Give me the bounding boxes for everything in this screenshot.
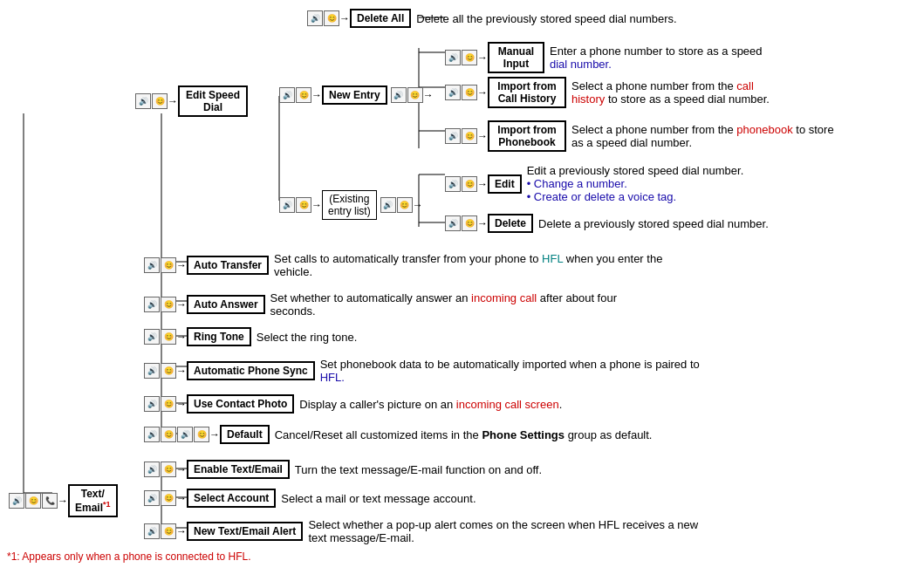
icon-ne2-a: 🔊 <box>391 87 407 103</box>
import-call-history-row: 🔊 😊 → Import fromCall History Select a p… <box>445 77 770 108</box>
footnote-text: *1: Appears only when a phone is connect… <box>7 550 251 563</box>
icon-rt-b: 😊 <box>161 329 176 345</box>
arrow-df: → <box>209 428 220 441</box>
icon-pair-ne2: 🔊 😊 <box>391 87 423 103</box>
edit-desc: Edit a previously stored speed dial numb… <box>527 164 744 203</box>
arrow-aps: → <box>176 365 187 377</box>
icon-pair-mi: 🔊 😊 <box>445 50 477 65</box>
use-contact-photo-node: Use Contact Photo <box>187 394 294 414</box>
text-email-row: 🔊 😊 📞 → Text/Email*1 <box>9 484 118 517</box>
arrow-ich: → <box>477 86 488 99</box>
arrow-ne: → <box>311 89 322 101</box>
footnote: *1: Appears only when a phone is connect… <box>7 550 251 563</box>
icon-df-b: 😊 <box>161 427 176 442</box>
auto-answer-desc: Set whether to automatically answer an i… <box>270 291 617 318</box>
manual-input-row: 🔊 😊 → ManualInput Enter a phone number t… <box>445 42 763 73</box>
import-call-history-node: Import fromCall History <box>488 77 566 108</box>
icon-ntea-a: 🔊 <box>144 523 160 539</box>
icon-pair-edit: 🔊 😊 <box>445 176 477 192</box>
icon-1b: 😊 <box>324 10 339 26</box>
import-phonebook-desc: Select a phone number from the phonebook… <box>571 123 842 149</box>
icon-ntea-b: 😊 <box>161 523 176 539</box>
icon-pair-df: 🔊 😊 <box>144 427 176 442</box>
icon-esd-a: 🔊 <box>135 93 151 109</box>
icon-pair-del: 🔊 😊 <box>445 215 477 231</box>
icon-ete-b: 😊 <box>161 462 176 477</box>
edit-speed-dial-node: Edit SpeedDial <box>178 85 248 117</box>
arrow-ee2: → <box>413 199 423 211</box>
select-account-node: Select Account <box>187 489 276 508</box>
icon-pair-sa: 🔊 😊 <box>144 490 176 506</box>
edit-node: Edit <box>488 174 522 194</box>
icon-aa-a: 🔊 <box>144 297 160 312</box>
enable-text-email-node: Enable Text/Email <box>187 460 290 479</box>
icon-1a: 🔊 <box>307 10 323 26</box>
edit-row: 🔊 😊 → Edit Edit a previously stored spee… <box>445 164 743 203</box>
icon-pair-ich: 🔊 😊 <box>445 85 477 100</box>
arrow-ete: → <box>176 463 187 475</box>
auto-transfer-desc: Set calls to automatically transfer from… <box>274 252 662 278</box>
manual-input-desc: Enter a phone number to store as a speed… <box>550 44 763 71</box>
delete-all-desc: Delete all the previously stored speed d… <box>416 12 676 25</box>
icon-pair-ee: 🔊 😊 <box>279 197 311 213</box>
new-text-email-alert-desc: Select whether a pop-up alert comes on t… <box>308 518 698 544</box>
auto-answer-node: Auto Answer <box>187 295 265 314</box>
icon-pair-ntea: 🔊 😊 <box>144 523 176 539</box>
arrow-1: → <box>339 12 350 24</box>
icon-te-a: 🔊 <box>9 493 24 509</box>
icon-aps-a: 🔊 <box>144 363 160 379</box>
arrow-rt: → <box>176 331 187 343</box>
icon-pair-aa: 🔊 😊 <box>144 297 176 312</box>
delete-row: 🔊 😊 → Delete Delete a previously stored … <box>445 214 769 233</box>
arrow-aa: → <box>176 298 187 311</box>
import-phonebook-node: Import fromPhonebook <box>488 120 566 152</box>
arrow-del: → <box>477 217 488 229</box>
new-entry-node: New Entry <box>322 85 387 105</box>
default-desc: Cancel/Reset all customized items in the… <box>275 428 653 441</box>
new-entry-row: 🔊 😊 → New Entry 🔊 😊 → <box>279 85 434 105</box>
arrow-ee: → <box>311 199 322 211</box>
icon-pair-df2: 🔊 😊 <box>177 427 209 442</box>
icon-aps-b: 😊 <box>161 363 176 379</box>
icon-sa-a: 🔊 <box>144 490 160 506</box>
icon-ich-a: 🔊 <box>445 85 461 100</box>
ring-tone-node: Ring Tone <box>187 327 251 346</box>
icon-df2-b: 😊 <box>194 427 209 442</box>
auto-answer-row: 🔊 😊 → Auto Answer Set whether to automat… <box>144 291 617 318</box>
auto-transfer-row: 🔊 😊 → Auto Transfer Set calls to automat… <box>144 252 662 278</box>
auto-phone-sync-desc: Set phonebook data to be automatically i… <box>320 358 700 384</box>
icon-ne-b: 😊 <box>296 87 311 103</box>
icon-ee-b: 😊 <box>296 197 311 213</box>
delete-all-node: Delete All <box>350 9 411 28</box>
arrow-at: → <box>176 259 187 271</box>
icon-pair-aps: 🔊 😊 <box>144 363 176 379</box>
icon-pair-rt: 🔊 😊 <box>144 329 176 345</box>
new-text-email-alert-node: New Text/Email Alert <box>187 522 303 541</box>
icon-df-a: 🔊 <box>144 427 160 442</box>
icon-df2-a: 🔊 <box>177 427 193 442</box>
icon-ucp-a: 🔊 <box>144 396 160 412</box>
icon-pair-ee2: 🔊 😊 <box>380 197 413 213</box>
icon-pair-ipb: 🔊 😊 <box>445 128 477 144</box>
icon-te-b: 😊 <box>25 493 41 509</box>
icon-pair-ete: 🔊 😊 <box>144 462 176 477</box>
arrow-sa: → <box>176 492 187 504</box>
icon-pair-ne: 🔊 😊 <box>279 87 311 103</box>
icon-mi-a: 🔊 <box>445 50 461 65</box>
new-text-email-alert-row: 🔊 😊 → New Text/Email Alert Select whethe… <box>144 518 698 544</box>
select-account-desc: Select a mail or text message account. <box>281 492 476 505</box>
arrow-mi: → <box>477 51 488 64</box>
enable-text-email-row: 🔊 😊 → Enable Text/Email Turn the text me… <box>144 460 542 479</box>
auto-transfer-node: Auto Transfer <box>187 256 269 275</box>
select-account-row: 🔊 😊 → Select Account Select a mail or te… <box>144 489 476 508</box>
icon-mi-b: 😊 <box>462 50 477 65</box>
delete-all-row: 🔊 😊 → Delete All Delete all the previous… <box>307 9 677 28</box>
use-contact-photo-row: 🔊 😊 → Use Contact Photo Display a caller… <box>144 394 562 414</box>
icon-ee2-b: 😊 <box>397 197 413 213</box>
icon-ne2-b: 😊 <box>407 87 423 103</box>
arrow-ne2: → <box>423 89 434 101</box>
auto-phone-sync-row: 🔊 😊 → Automatic Phone Sync Set phonebook… <box>144 358 700 384</box>
icon-esd-b: 😊 <box>152 93 168 109</box>
delete-node: Delete <box>488 214 533 233</box>
default-row: 🔊 😊 🔊 😊 → Default Cancel/Reset all custo… <box>144 425 652 444</box>
